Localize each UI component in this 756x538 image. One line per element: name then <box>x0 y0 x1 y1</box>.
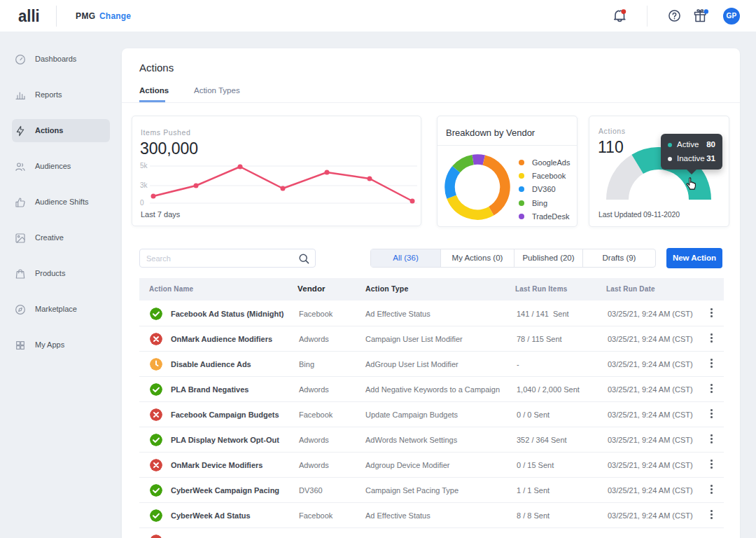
svg-text:3k: 3k <box>140 181 148 189</box>
svg-text:0: 0 <box>140 199 144 207</box>
svg-text:5k: 5k <box>140 162 148 170</box>
